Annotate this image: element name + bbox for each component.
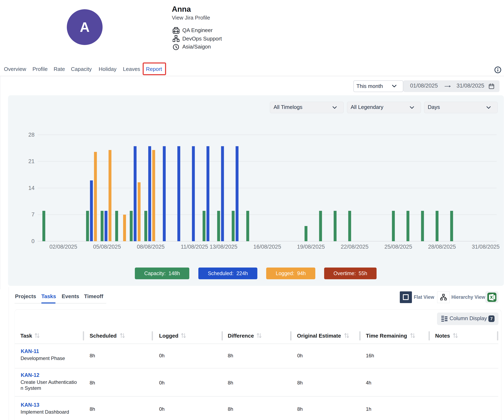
svg-text:21: 21 [28, 158, 35, 164]
svg-text:28: 28 [28, 132, 35, 138]
svg-text:22/08/2025: 22/08/2025 [341, 244, 369, 250]
svg-text:02/08/2025: 02/08/2025 [49, 244, 77, 250]
svg-text:16/08/2025: 16/08/2025 [253, 244, 281, 250]
svg-text:13/08/2025: 13/08/2025 [210, 244, 237, 250]
svg-text:31/08/2025: 31/08/2025 [472, 244, 499, 250]
svg-text:14: 14 [28, 185, 35, 191]
svg-text:0: 0 [31, 238, 35, 244]
svg-text:25/08/2025: 25/08/2025 [384, 244, 412, 250]
svg-text:08/08/2025: 08/08/2025 [137, 244, 165, 250]
svg-text:05/08/2025: 05/08/2025 [93, 244, 121, 250]
svg-text:11/08/2025: 11/08/2025 [181, 244, 208, 250]
svg-text:28/08/2025: 28/08/2025 [428, 244, 456, 250]
svg-text:7: 7 [31, 211, 35, 218]
svg-text:19/08/2025: 19/08/2025 [297, 244, 325, 250]
